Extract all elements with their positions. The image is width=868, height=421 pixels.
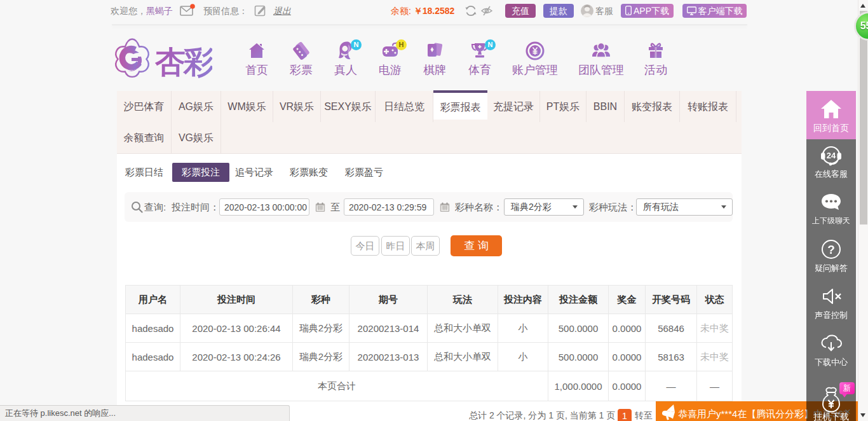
svg-text:24: 24 [827,151,836,160]
svg-text:?: ? [827,243,835,256]
